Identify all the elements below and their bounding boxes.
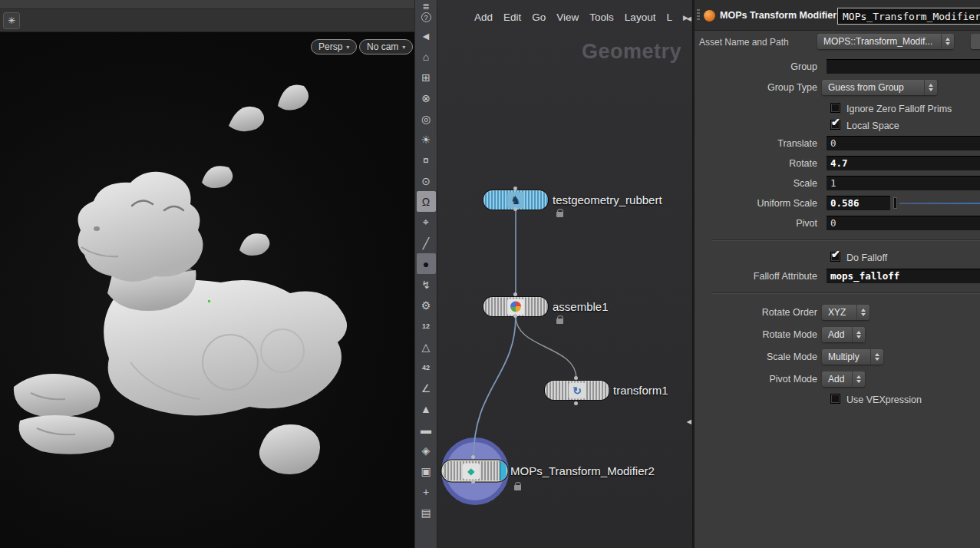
rotate-field[interactable]: 4.7 bbox=[827, 156, 980, 170]
falloff-attribute-label: Falloff Attribute bbox=[695, 269, 817, 284]
input-connector[interactable] bbox=[513, 187, 517, 190]
use-vexpression-checkbox[interactable] bbox=[830, 394, 840, 404]
uniform-scale-field[interactable]: 0.586 bbox=[827, 196, 890, 210]
dropdown-value: Add bbox=[822, 327, 852, 342]
lock-icon[interactable]: ⊞ bbox=[417, 67, 436, 87]
param-row-group: Group bbox=[695, 59, 980, 74]
snap-icon[interactable]: ⊗ bbox=[417, 87, 436, 108]
param-row-uniform-scale: Uniform Scale 0.586 bbox=[695, 196, 980, 211]
spinner-icon[interactable] bbox=[924, 80, 937, 95]
spinner-icon[interactable] bbox=[856, 305, 869, 320]
lamp-icon[interactable]: Ω bbox=[417, 191, 436, 212]
do-falloff-checkbox[interactable]: ✔ bbox=[830, 252, 840, 262]
param-row-group-type: Group Type Guess from Group bbox=[695, 80, 980, 95]
group-type-dropdown[interactable]: Guess from Group bbox=[822, 80, 937, 95]
marker-icon[interactable]: ◈ bbox=[417, 440, 436, 461]
node-mops-transform-modifier2[interactable]: ◆ bbox=[443, 461, 506, 480]
dropdown-value: Add bbox=[822, 371, 852, 387]
rotate-mode-dropdown[interactable]: Add bbox=[822, 327, 865, 342]
grid-icon[interactable]: ▣ bbox=[417, 461, 436, 481]
tab-mops-transform-modifier[interactable]: MOPs Transform Modifier bbox=[720, 0, 836, 31]
pane-collapse-icon[interactable]: ◀ bbox=[687, 15, 691, 22]
output-connector[interactable] bbox=[574, 401, 578, 405]
pane-grip[interactable] bbox=[697, 9, 700, 21]
spinner-icon[interactable] bbox=[941, 34, 954, 49]
pane-controls: ≣ ? bbox=[421, 2, 431, 25]
local-space-checkbox[interactable]: ✔ bbox=[830, 120, 840, 130]
node-transform1[interactable]: ↻ bbox=[545, 381, 609, 400]
transform-icon: ↻ bbox=[569, 382, 586, 398]
do-falloff-label: Do Falloff bbox=[846, 253, 887, 263]
network-editor-pane[interactable]: Add Edit Go View Tools Layout L ▶ Geomet… bbox=[437, 0, 693, 548]
output-connector[interactable] bbox=[513, 207, 517, 211]
angle-icon[interactable]: ∠ bbox=[417, 378, 436, 398]
pivot-mode-dropdown[interactable]: Add bbox=[822, 371, 865, 387]
camera-select-button[interactable]: No cam ▾ bbox=[359, 39, 413, 54]
slider-handle[interactable] bbox=[893, 197, 897, 209]
pivot-icon[interactable]: ¤ bbox=[417, 150, 436, 170]
snapshot-icon[interactable]: ✳ bbox=[3, 12, 20, 29]
normals-icon[interactable]: △ bbox=[417, 336, 436, 357]
point-numbers-icon[interactable]: 12 bbox=[417, 315, 436, 336]
clipped-button[interactable] bbox=[971, 34, 980, 49]
uniform-scale-slider[interactable] bbox=[899, 203, 980, 204]
separator bbox=[711, 239, 980, 240]
translate-field[interactable]: 0 bbox=[827, 136, 980, 150]
spinner-icon[interactable] bbox=[852, 327, 865, 342]
local-space-label: Local Space bbox=[846, 120, 899, 131]
output-connector[interactable] bbox=[471, 480, 475, 484]
prim-numbers-icon[interactable]: 42 bbox=[417, 357, 436, 378]
param-row-rotate: Rotate 4.7 bbox=[695, 156, 980, 171]
mask-icon[interactable]: ◎ bbox=[417, 108, 436, 129]
param-row-do-falloff: ✔ Do Falloff bbox=[695, 252, 980, 267]
origin-icon[interactable]: ⊙ bbox=[417, 170, 436, 191]
slice-icon[interactable]: ╱ bbox=[417, 233, 436, 253]
input-connector[interactable] bbox=[513, 292, 517, 296]
output-connector[interactable] bbox=[513, 314, 517, 318]
gear-icon[interactable]: ⚙ bbox=[417, 295, 436, 315]
list-icon[interactable]: ▤ bbox=[417, 502, 436, 523]
param-row-rotate-order: Rotate Order XYZ bbox=[695, 305, 980, 320]
group-label: Group bbox=[695, 59, 817, 74]
select-tool-icon[interactable]: ◄ bbox=[417, 25, 436, 46]
spinner-icon[interactable] bbox=[852, 371, 865, 387]
pivot-field[interactable]: 0 bbox=[827, 216, 980, 230]
input-connector[interactable] bbox=[471, 455, 475, 459]
jump-icon[interactable]: ↯ bbox=[417, 274, 436, 295]
rotate-order-dropdown[interactable]: XYZ bbox=[822, 305, 869, 320]
param-row-falloff-attribute: Falloff Attribute mops_falloff bbox=[695, 269, 980, 284]
parameters-pane: MOPs Transform Modifier MOPs_Transform_M… bbox=[693, 0, 980, 548]
ignore-zero-label: Ignore Zero Falloff Prims bbox=[846, 104, 952, 114]
scale-field[interactable]: 1 bbox=[827, 176, 980, 190]
bar-icon[interactable]: ▬ bbox=[417, 419, 436, 440]
input-connector[interactable] bbox=[574, 376, 578, 380]
param-row-use-vexpression: Use VEXpression bbox=[695, 394, 980, 409]
rotate-label: Rotate bbox=[695, 156, 817, 171]
pane-tabs-icon[interactable]: ≣ bbox=[422, 2, 429, 11]
use-vexpression-label: Use VEXpression bbox=[846, 394, 922, 405]
persp-view-button[interactable]: Persp ▾ bbox=[311, 39, 357, 54]
falloff-attribute-field[interactable]: mops_falloff bbox=[827, 269, 980, 283]
headlight-icon[interactable]: ☀ bbox=[417, 129, 436, 150]
pane-collapse-icon[interactable]: ◀ bbox=[687, 418, 691, 425]
viewport-display-toolbar: ≣ ? ◄ ⌂ ⊞ ⊗ ◎ ☀ ¤ ⊙ Ω ⌖ ╱ ● ↯ ⚙ 12 △ 42 … bbox=[414, 0, 437, 548]
node-name-field[interactable]: MOPs_Transform_Modifier2 bbox=[837, 8, 980, 25]
node-label: testgeometry_rubbert bbox=[553, 190, 662, 210]
scale-mode-dropdown[interactable]: Multiply bbox=[822, 349, 883, 365]
check-icon: ✔ bbox=[831, 116, 840, 128]
help-icon[interactable]: ? bbox=[421, 12, 431, 22]
add-icon[interactable]: + bbox=[417, 481, 436, 502]
handles-icon[interactable]: ⌖ bbox=[417, 212, 436, 233]
viewport-canvas[interactable]: Persp ▾ No cam ▾ bbox=[0, 32, 414, 548]
points-icon[interactable]: ● bbox=[417, 253, 436, 274]
asset-name-dropdown[interactable]: MOPS::Transform_Modif... bbox=[817, 34, 954, 49]
group-field[interactable] bbox=[827, 59, 980, 74]
param-row-pivot: Pivot 0 bbox=[695, 216, 980, 231]
pane-header-strip bbox=[0, 0, 414, 9]
caret-down-icon: ▾ bbox=[346, 44, 349, 51]
scale-label: Scale bbox=[695, 176, 817, 191]
home-view-icon[interactable]: ⌂ bbox=[417, 46, 436, 67]
spinner-icon[interactable] bbox=[870, 349, 883, 365]
cone-icon[interactable]: ▲ bbox=[417, 398, 436, 419]
ignore-zero-checkbox[interactable] bbox=[830, 103, 840, 113]
